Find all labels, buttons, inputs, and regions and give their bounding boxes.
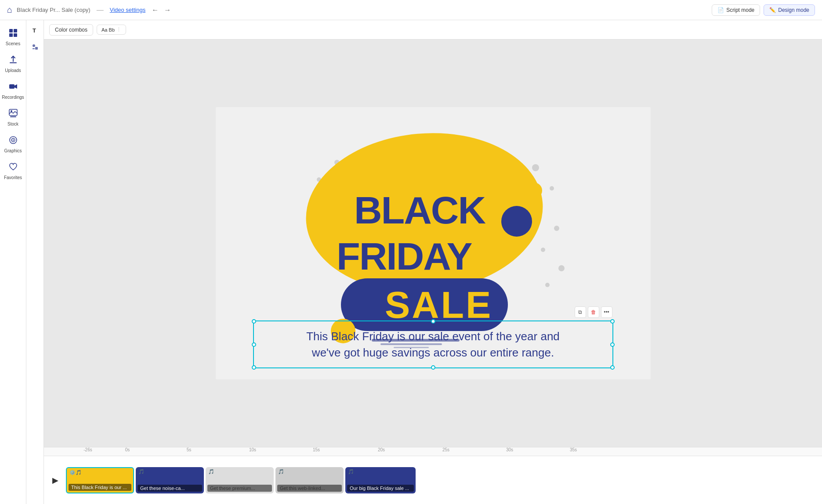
timeline-content: ▶ ⚙️🎵 This Black Friday is our ... 🎵 Get… bbox=[44, 456, 822, 504]
uploads-label: Uploads bbox=[5, 68, 21, 73]
topbar-separator: — bbox=[97, 6, 104, 14]
sidebar-item-graphics[interactable]: Graphics bbox=[2, 132, 25, 157]
sidebar-item-scenes[interactable]: Scenes bbox=[2, 25, 25, 50]
clip-2-label: Get these noise-ca... bbox=[138, 485, 202, 492]
canvas-frame: BLACK FRIDAY SALE ⧉ 🗑 ••• bbox=[216, 107, 651, 379]
more-overlay-button[interactable]: ••• bbox=[601, 306, 612, 318]
tools-panel: T bbox=[26, 20, 44, 504]
svg-rect-0 bbox=[9, 29, 13, 32]
clip-4-label: Get this web-linked... bbox=[277, 485, 342, 492]
script-mode-button[interactable]: 📄 Script mode bbox=[712, 4, 760, 16]
main-layout: Scenes Uploads Recordings bbox=[0, 20, 822, 504]
svg-point-13 bbox=[33, 44, 35, 47]
timeline: -26s 0s 5s 10s 15s 20s 25s 30s 35s ▶ bbox=[44, 447, 822, 504]
handle-top-left[interactable] bbox=[252, 319, 256, 324]
clip-3-label: Get these premium... bbox=[207, 485, 272, 492]
handle-bot-right[interactable] bbox=[610, 365, 615, 370]
clip-5-label: Our big Black Friday sale ... bbox=[347, 485, 414, 492]
sidebar: Scenes Uploads Recordings bbox=[0, 20, 26, 504]
svg-rect-14 bbox=[35, 47, 38, 50]
svg-point-22 bbox=[342, 295, 362, 314]
sidebar-item-stock[interactable]: Stock bbox=[2, 105, 25, 130]
color-combos-button[interactable]: Color combos bbox=[49, 24, 93, 36]
topbar-arrows: ← → bbox=[150, 4, 173, 16]
element-tool-button[interactable] bbox=[29, 40, 42, 54]
sidebar-item-recordings[interactable]: Recordings bbox=[2, 78, 25, 103]
design-mode-button[interactable]: ✏️ Design mode bbox=[764, 4, 815, 16]
delete-overlay-button[interactable]: 🗑 bbox=[588, 306, 599, 318]
svg-point-11 bbox=[12, 140, 14, 141]
svg-text:T: T bbox=[33, 27, 36, 34]
timeline-tracks: ⚙️🎵 This Black Friday is our ... 🎵 Get t… bbox=[66, 467, 818, 493]
ruler-mark-5: 5s bbox=[187, 447, 192, 452]
redo-button[interactable]: → bbox=[162, 4, 173, 16]
clip-5[interactable]: 🎵 Our big Black Friday sale ... bbox=[345, 467, 416, 493]
recordings-icon bbox=[8, 82, 18, 94]
text-tool-button[interactable]: T bbox=[29, 24, 42, 37]
topbar: ⌂ Black Friday Pr... Sale (copy) — Video… bbox=[0, 0, 822, 20]
handle-mid-left[interactable] bbox=[252, 342, 256, 347]
ruler-mark-0: 0s bbox=[125, 447, 130, 452]
ruler-marks: -26s 0s 5s 10s 15s 20s 25s 30s 35s bbox=[88, 447, 796, 456]
handle-bot-center[interactable] bbox=[431, 365, 435, 370]
font-dropdown-icon: ⋮ bbox=[116, 27, 121, 32]
topbar-title: Black Friday Pr... Sale (copy) bbox=[17, 7, 91, 13]
stock-icon bbox=[8, 108, 18, 120]
svg-rect-4 bbox=[10, 62, 17, 63]
video-settings-link[interactable]: Video settings bbox=[110, 7, 145, 13]
clip-3[interactable]: 🎵 Get these premium... bbox=[206, 467, 274, 493]
recordings-label: Recordings bbox=[2, 95, 24, 100]
clip-4-icon: 🎵 bbox=[278, 469, 284, 475]
overlay-text: This Black Friday is our sale event of t… bbox=[264, 328, 602, 360]
play-button[interactable]: ▶ bbox=[48, 473, 62, 487]
copy-overlay-button[interactable]: ⧉ bbox=[575, 306, 586, 318]
ruler-mark-35: 35s bbox=[570, 447, 577, 452]
svg-point-24 bbox=[526, 183, 542, 198]
overlay-toolbar: ⧉ 🗑 ••• bbox=[575, 306, 612, 318]
svg-text:BLACK: BLACK bbox=[354, 188, 485, 232]
stock-label: Stock bbox=[7, 122, 18, 126]
timeline-ruler: -26s 0s 5s 10s 15s 20s 25s 30s 35s bbox=[44, 447, 822, 456]
favorites-icon bbox=[8, 162, 18, 174]
handle-bot-left[interactable] bbox=[252, 365, 256, 370]
home-icon[interactable]: ⌂ bbox=[7, 5, 12, 15]
graphics-icon bbox=[8, 135, 18, 147]
ruler-mark-25: 25s bbox=[442, 447, 449, 452]
undo-button[interactable]: ← bbox=[150, 4, 160, 16]
ruler-mark-15: 15s bbox=[313, 447, 320, 452]
favorites-label: Favorites bbox=[4, 175, 22, 180]
design-icon: ✏️ bbox=[769, 7, 776, 13]
handle-top-right[interactable] bbox=[610, 319, 615, 324]
editor-area: Color combos Aa Bb ⋮ bbox=[44, 20, 822, 504]
font-button[interactable]: Aa Bb ⋮ bbox=[97, 25, 126, 35]
svg-point-23 bbox=[501, 206, 532, 237]
clip-2-icon: 🎵 bbox=[138, 469, 145, 475]
editor-toolbar: Color combos Aa Bb ⋮ bbox=[44, 20, 822, 40]
clip-1-label: This Black Friday is our ... bbox=[69, 484, 131, 491]
uploads-icon bbox=[8, 55, 18, 67]
handle-mid-right[interactable] bbox=[610, 342, 615, 347]
clip-4[interactable]: 🎵 Get this web-linked... bbox=[275, 467, 344, 493]
clip-1[interactable]: ⚙️🎵 This Black Friday is our ... bbox=[66, 467, 134, 493]
sidebar-item-uploads[interactable]: Uploads bbox=[2, 51, 25, 76]
svg-rect-2 bbox=[9, 33, 13, 37]
svg-text:SALE: SALE bbox=[385, 284, 492, 326]
svg-rect-1 bbox=[14, 29, 17, 32]
svg-rect-3 bbox=[14, 33, 17, 37]
svg-text:FRIDAY: FRIDAY bbox=[337, 234, 472, 278]
script-icon: 📄 bbox=[717, 7, 724, 13]
sidebar-item-favorites[interactable]: Favorites bbox=[2, 158, 25, 184]
ruler-mark-20: 20s bbox=[378, 447, 385, 452]
graphics-label: Graphics bbox=[4, 148, 22, 153]
svg-point-7 bbox=[11, 110, 12, 112]
clip-3-icon: 🎵 bbox=[208, 469, 214, 475]
clip-2[interactable]: 🎵 Get these noise-ca... bbox=[136, 467, 204, 493]
text-overlay[interactable]: ⧉ 🗑 ••• This Black Friday is our sale ev bbox=[253, 320, 613, 368]
topbar-left: ⌂ Black Friday Pr... Sale (copy) — Video… bbox=[7, 4, 706, 16]
clip-5-icon: 🎵 bbox=[348, 469, 354, 475]
bf-graphic-svg: BLACK FRIDAY SALE bbox=[284, 120, 583, 349]
topbar-right: 📄 Script mode ✏️ Design mode bbox=[712, 4, 815, 16]
handle-top-center[interactable] bbox=[431, 319, 435, 324]
ruler-mark-10: 10s bbox=[249, 447, 256, 452]
ruler-mark-30: 30s bbox=[506, 447, 513, 452]
